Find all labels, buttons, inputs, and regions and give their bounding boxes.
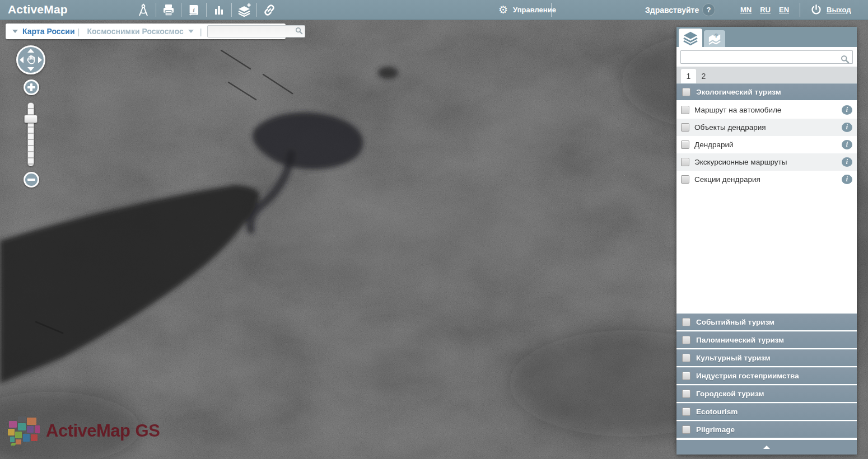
question-mark-icon: ? — [707, 6, 711, 14]
svg-text:?: ? — [715, 33, 718, 39]
layer-checkbox[interactable] — [681, 123, 689, 132]
panel-collapse-button[interactable] — [676, 439, 857, 455]
hand-icon — [25, 53, 37, 65]
group-checkbox[interactable] — [682, 354, 690, 362]
toolbar-tools: i — [131, 0, 282, 20]
layers-plus-icon — [237, 3, 251, 17]
panel-empty-space — [676, 188, 857, 313]
lang-en-link[interactable]: EN — [779, 6, 789, 14]
basemap-bar: Карта России | Космоснимки Роскосмос | — [6, 24, 286, 39]
layer-row[interactable]: Дендрарий i — [676, 136, 857, 153]
layer-info-icon[interactable]: i — [842, 140, 852, 149]
page-tab-1[interactable]: 1 — [681, 69, 696, 83]
map-help-tab[interactable]: ? — [704, 30, 725, 47]
logout-button[interactable]: Выход — [810, 0, 851, 20]
print-button[interactable] — [156, 0, 181, 20]
layer-group-cultural-tourism[interactable]: Культурный туризм — [676, 349, 857, 367]
map-search — [207, 25, 305, 38]
search-icon — [295, 27, 303, 35]
zoom-out-button[interactable] — [24, 172, 39, 188]
top-toolbar: ActiveMap — [0, 0, 868, 20]
map-search-input[interactable] — [207, 25, 305, 38]
pan-control[interactable] — [16, 45, 45, 74]
layer-info-icon[interactable]: i — [842, 175, 852, 184]
greeting-text: Здравствуйте — [645, 6, 699, 15]
language-switcher: MN RU EN — [740, 6, 789, 14]
group-checkbox[interactable] — [682, 88, 690, 96]
info-book-icon: i — [187, 3, 200, 17]
zoom-slider-track[interactable] — [27, 102, 34, 166]
power-icon — [810, 4, 822, 16]
panel-tabstrip: ? — [676, 27, 857, 47]
layer-group-event-tourism[interactable]: Событийный туризм — [676, 313, 857, 331]
layer-group-eco-tourism[interactable]: Экологический туризм — [676, 83, 857, 101]
layer-checkbox[interactable] — [681, 140, 689, 149]
pan-down-arrow-icon[interactable] — [27, 67, 34, 71]
share-link-button[interactable] — [257, 0, 282, 20]
measure-tool-button[interactable] — [131, 0, 156, 20]
pan-right-arrow-icon[interactable] — [38, 57, 42, 63]
layer-row[interactable]: Секции дендрария i — [676, 171, 857, 188]
layers-tab[interactable] — [679, 29, 702, 47]
layers-panel: ? 1 2 Экологический туризм Маршрут на ав… — [676, 27, 857, 455]
page-tab-2[interactable]: 2 — [696, 69, 711, 83]
imagery-select[interactable]: Космоснимки Роскосмос — [87, 27, 183, 36]
minus-icon — [27, 179, 35, 181]
layer-checkbox[interactable] — [681, 106, 689, 114]
zoom-slider-handle[interactable] — [24, 115, 38, 123]
layer-pages: 1 2 — [676, 67, 857, 83]
chevron-down-icon[interactable] — [12, 30, 18, 33]
layer-row[interactable]: Маршрут на автомобиле i — [676, 101, 857, 119]
management-label: Управление — [513, 6, 556, 14]
add-layers-button[interactable] — [232, 0, 256, 20]
layer-checkbox[interactable] — [681, 158, 689, 166]
layer-row[interactable]: Объекты дендрария i — [676, 119, 857, 136]
group-checkbox[interactable] — [682, 372, 690, 380]
map-question-icon: ? — [707, 32, 722, 45]
group-checkbox[interactable] — [682, 318, 690, 326]
basemap-select[interactable]: Карта России — [22, 27, 75, 36]
link-icon — [263, 3, 276, 17]
gear-icon: ⚙ — [498, 4, 508, 15]
layer-group-pilgrim-tourism[interactable]: Паломнический туризм — [676, 331, 857, 349]
layer-checkbox[interactable] — [681, 175, 689, 184]
toolbar-divider — [800, 3, 800, 17]
logout-label: Выход — [827, 6, 851, 14]
layer-info-icon[interactable]: i — [842, 123, 852, 132]
reference-book-button[interactable]: i — [181, 0, 206, 20]
statistics-button[interactable] — [207, 0, 231, 20]
layer-group-city-tourism[interactable]: Городской туризм — [676, 385, 857, 403]
layer-group-ecotourism-en[interactable]: Ecotourism — [676, 403, 857, 421]
layers-icon — [682, 31, 699, 45]
chevron-down-icon[interactable] — [188, 30, 194, 33]
management-menu[interactable]: ⚙ Управление — [498, 0, 556, 20]
layer-info-icon[interactable]: i — [842, 157, 852, 167]
app-logo: ActiveMap — [8, 3, 68, 16]
lang-ru-link[interactable]: RU — [760, 6, 771, 14]
layer-info-icon[interactable]: i — [842, 105, 852, 115]
divider: | — [200, 27, 202, 36]
group-checkbox[interactable] — [682, 408, 690, 416]
layer-row[interactable]: Экскурсионные маршруты i — [676, 153, 857, 171]
zoom-in-button[interactable] — [24, 79, 39, 95]
pan-left-arrow-icon[interactable] — [20, 57, 24, 63]
compass-icon — [137, 3, 150, 17]
group-checkbox[interactable] — [682, 336, 690, 344]
bar-chart-icon — [212, 3, 226, 17]
help-button[interactable]: ? — [702, 3, 715, 16]
layer-search-input[interactable] — [680, 50, 853, 64]
pan-up-arrow-icon[interactable] — [27, 49, 34, 53]
group-checkbox[interactable] — [682, 425, 690, 434]
search-icon — [841, 55, 850, 64]
layer-group-hospitality[interactable]: Индустрия гостеприимства — [676, 367, 857, 385]
plus-icon — [30, 83, 32, 91]
lang-mn-link[interactable]: MN — [740, 6, 752, 14]
layer-group-pilgrimage-en[interactable]: Pilgrimage — [676, 421, 857, 439]
layer-search — [676, 47, 857, 67]
group-checkbox[interactable] — [682, 390, 690, 398]
printer-icon — [162, 3, 175, 17]
chevron-up-icon — [763, 446, 770, 449]
divider: | — [78, 27, 80, 36]
